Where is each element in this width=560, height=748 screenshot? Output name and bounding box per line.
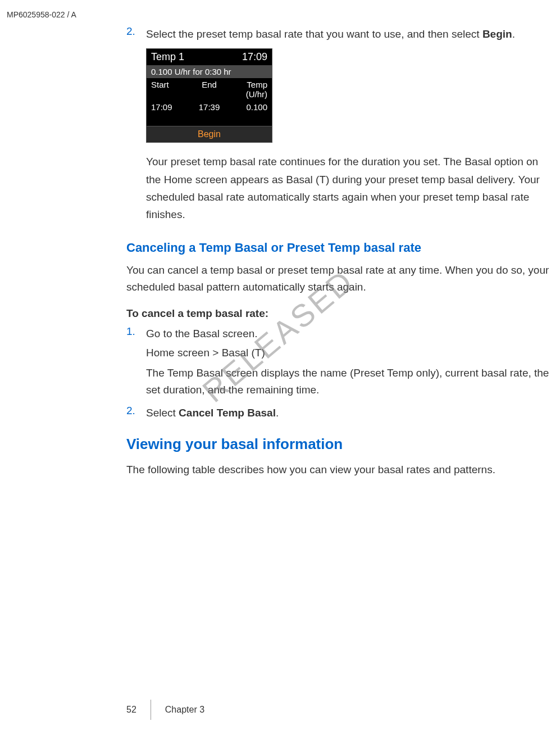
step2-follow-text: Your preset temp basal rate continues fo… <box>146 153 554 223</box>
device-title: Temp 1 <box>151 51 184 63</box>
device-header: Temp 1 17:09 <box>147 49 272 65</box>
viewing-text: The following table describes how you ca… <box>126 461 554 478</box>
page-number: 52 <box>126 705 151 715</box>
device-col3-header: Temp (U/hr) <box>229 80 267 99</box>
device-screenshot: Temp 1 17:09 0.100 U/hr for 0:30 hr Star… <box>146 48 272 143</box>
document-header-code: MP6025958-022 / A <box>7 10 76 19</box>
step-text: Go to the Basal screen. <box>146 325 554 342</box>
cancel-steps-list: 1. Go to the Basal screen. Home screen >… <box>126 325 554 422</box>
device-subheader: 0.100 U/hr for 0:30 hr <box>147 65 272 78</box>
cancel-step-1: 1. Go to the Basal screen. <box>126 325 554 342</box>
viewing-heading: Viewing your basal information <box>126 436 554 453</box>
step2-bold: Cancel Temp Basal <box>179 407 276 419</box>
device-col2-value: 17:39 <box>190 102 229 112</box>
footer-divider <box>151 700 151 720</box>
step-text-bold: Begin <box>482 28 512 40</box>
device-table-header: Start End Temp (U/hr) <box>147 78 272 101</box>
step-text-part2: . <box>512 28 515 40</box>
device-time: 17:09 <box>242 51 267 63</box>
device-col3-value: 0.100 <box>229 102 267 112</box>
step-number: 2. <box>126 25 146 43</box>
device-col1-header: Start <box>151 80 190 99</box>
step-text: Select Cancel Temp Basal. <box>146 405 554 421</box>
device-spacer <box>147 114 272 126</box>
step-text-part1: Select the preset temp basal rate that y… <box>146 28 482 40</box>
nav-path: Home screen > Basal (T) <box>146 347 554 359</box>
step-number: 1. <box>126 325 146 342</box>
device-begin-button: Begin <box>147 126 272 142</box>
canceling-intro: You can cancel a temp basal or preset te… <box>126 262 554 296</box>
step-text: Select the preset temp basal rate that y… <box>146 25 515 43</box>
device-col2-header: End <box>190 80 229 99</box>
cancel-sub-heading: To cancel a temp basal rate: <box>126 307 554 320</box>
chapter-label: Chapter 3 <box>165 705 204 715</box>
step2-part2: . <box>276 407 279 419</box>
step2-part1: Select <box>146 407 179 419</box>
step-number: 2. <box>126 405 146 421</box>
page-footer: 52 Chapter 3 <box>126 700 204 720</box>
main-content: 2. Select the preset temp basal rate tha… <box>126 25 560 489</box>
device-col1-value: 17:09 <box>151 102 190 112</box>
device-table-row: 17:09 17:39 0.100 <box>147 101 272 114</box>
step1-description: The Temp Basal screen displays the name … <box>146 365 554 399</box>
step-2: 2. Select the preset temp basal rate tha… <box>126 25 554 43</box>
canceling-heading: Canceling a Temp Basal or Preset Temp ba… <box>126 241 554 255</box>
cancel-step-2: 2. Select Cancel Temp Basal. <box>126 405 554 421</box>
